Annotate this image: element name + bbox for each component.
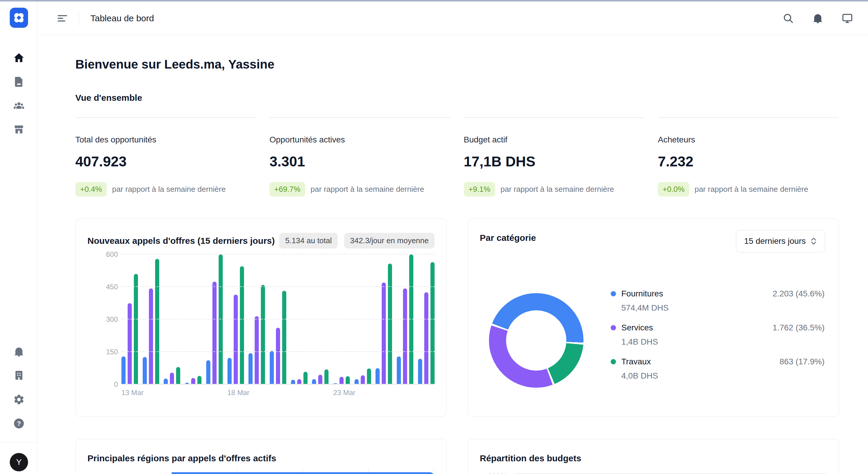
chevron-up-down-icon <box>810 237 817 245</box>
budget-ytick: 30000 <box>488 472 507 474</box>
bar-group <box>312 255 329 384</box>
sidebar-item-notifications[interactable] <box>13 346 25 358</box>
bar-green <box>346 376 350 384</box>
sidebar-item-home[interactable] <box>13 52 25 64</box>
sidebar-divider <box>0 442 37 443</box>
bar-green <box>240 266 244 384</box>
legend-value: 1.762 (36.5%) <box>773 323 825 332</box>
bar-green <box>197 376 202 384</box>
bar-blue <box>143 357 147 384</box>
y-axis-tick: 450 <box>106 283 118 291</box>
stat-card: Total des opportunités407.923+0.4% par r… <box>75 117 256 197</box>
region-bar <box>172 472 435 474</box>
legend-amount: 1,4B DHS <box>621 337 825 347</box>
new-tenders-card: Nouveaux appels d'offres (15 derniers jo… <box>75 218 447 417</box>
region-gridline <box>434 469 434 474</box>
y-axis-tick: 300 <box>106 315 118 324</box>
gridline <box>121 286 435 287</box>
legend-label: Travaux <box>621 357 651 366</box>
stat-card: Acheteurs7.232+0.0% par rapport à la sem… <box>658 117 838 197</box>
stat-delta-badge: +0.4% <box>75 182 107 197</box>
regions-card-title: Principales régions par appels d'offres … <box>88 453 276 463</box>
bar-blue <box>375 368 380 384</box>
bar-group: 23 Mar <box>333 255 350 384</box>
bar-chart-groups: 13 Mar18 Mar23 Mar <box>121 255 435 384</box>
bar-purple <box>170 373 174 384</box>
budgets-card-title: Répartition des budgets <box>480 453 581 463</box>
bar-blue <box>206 360 210 384</box>
bar-group: 18 Mar <box>227 255 244 384</box>
legend-label: Fournitures <box>621 289 663 298</box>
sidebar-item-marketplace[interactable] <box>13 123 25 135</box>
stats-row: Total des opportunités407.923+0.4% par r… <box>75 117 838 197</box>
page-title: Tableau de bord <box>90 13 154 23</box>
stat-label: Total des opportunités <box>75 135 256 145</box>
bar-purple <box>403 289 407 384</box>
bar-group <box>164 255 180 384</box>
gridline <box>121 351 435 352</box>
range-select-value: 15 derniers jours <box>744 236 806 246</box>
welcome-heading: Bienvenue sur Leeds.ma, Yassine <box>75 57 275 71</box>
stat-note: par rapport à la semaine dernière <box>694 185 808 194</box>
bar-purple <box>191 378 195 384</box>
bar-green <box>367 368 371 384</box>
bar-group <box>143 255 159 384</box>
legend-value: 863 (17.9%) <box>779 357 825 366</box>
sidebar-item-users[interactable] <box>13 100 25 112</box>
legend-dot <box>611 291 616 296</box>
sidebar-item-organization[interactable] <box>13 369 25 381</box>
sidebar-item-help[interactable]: ? <box>13 418 25 429</box>
bar-group <box>397 255 413 384</box>
top-regions-card: Principales régions par appels d'offres … <box>75 439 447 474</box>
tenders-pills: 5.134 au total342.3/jour en moyenne <box>279 233 435 248</box>
bar-green <box>303 372 308 384</box>
bar-purple <box>128 303 132 384</box>
stat-delta-badge: +69.7% <box>270 182 305 197</box>
gridline <box>121 319 435 320</box>
legend-row: Fournitures 2.203 (45.6%) 574,4M DHS <box>611 289 825 313</box>
legend-amount: 574,4M DHS <box>621 303 825 313</box>
bar-green <box>134 274 138 384</box>
bar-green <box>282 291 286 384</box>
y-axis-tick: 150 <box>106 348 118 356</box>
x-axis-tick: 23 Mar <box>333 389 355 397</box>
bar-blue <box>121 356 126 384</box>
sidebar: ? Y <box>0 1 37 474</box>
stat-value: 407.923 <box>75 153 256 170</box>
bar-group: 13 Mar <box>121 255 138 384</box>
range-select[interactable]: 15 derniers jours <box>736 230 825 253</box>
legend-amount: 4,0B DHS <box>621 371 825 381</box>
bar-purple <box>276 328 280 384</box>
legend-row: Travaux 863 (17.9%) 4,0B DHS <box>611 357 825 381</box>
legend-dot <box>611 359 616 364</box>
x-axis-tick: 13 Mar <box>121 389 144 397</box>
bar-purple <box>382 283 386 384</box>
by-category-card: Par catégorie 15 derniers jours Fournitu… <box>468 218 839 417</box>
stat-card: Opportunités actives3.301+69.7% par rapp… <box>270 117 450 197</box>
tenders-card-title: Nouveaux appels d'offres (15 derniers jo… <box>88 236 275 246</box>
gridline <box>121 254 435 255</box>
stat-note: par rapport à la semaine dernière <box>112 185 225 194</box>
monitor-icon[interactable] <box>841 12 853 24</box>
logo-clover-icon <box>12 11 25 24</box>
stat-delta-badge: +9.1% <box>464 182 495 197</box>
user-avatar[interactable]: Y <box>10 453 28 471</box>
sidebar-item-documents[interactable] <box>13 76 25 88</box>
stat-value: 17,1B DHS <box>464 153 644 170</box>
bar-green <box>324 369 329 384</box>
stat-note: par rapport à la semaine dernière <box>500 185 614 194</box>
bar-blue <box>227 358 231 384</box>
menu-toggle-icon[interactable] <box>58 13 68 23</box>
bar-green <box>430 262 435 384</box>
bar-blue <box>397 356 401 384</box>
bell-icon[interactable] <box>812 12 824 24</box>
app-logo[interactable] <box>10 8 28 28</box>
stat-label: Opportunités actives <box>270 135 450 145</box>
sidebar-item-settings[interactable] <box>13 394 25 406</box>
search-icon[interactable] <box>782 12 794 24</box>
legend-row: Services 1.762 (36.5%) 1,4B DHS <box>611 323 825 347</box>
x-axis-tick: 18 Mar <box>227 389 250 397</box>
bar-group <box>418 255 435 384</box>
bar-group <box>291 255 308 384</box>
stat-delta-badge: +0.0% <box>658 182 689 197</box>
